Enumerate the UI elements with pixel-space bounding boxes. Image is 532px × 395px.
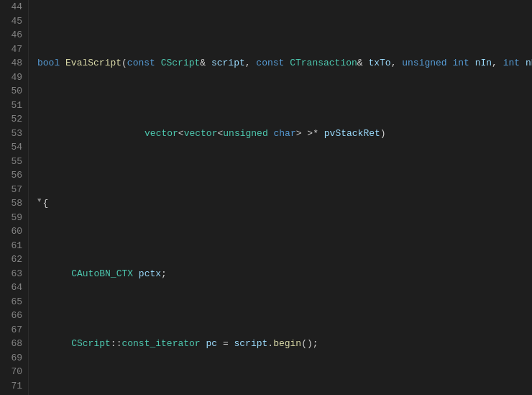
ln-64: 64 [6, 281, 22, 295]
ln-71: 71 [6, 379, 22, 394]
ln-44: 44 [6, 0, 22, 14]
ln-69: 69 [6, 351, 22, 366]
code-line-46: ▼{ [37, 196, 532, 211]
ln-51: 51 [6, 99, 22, 113]
ln-65: 65 [6, 295, 22, 309]
code-lines: bool EvalScript(const CScript& script, c… [29, 0, 532, 395]
ln-54: 54 [6, 140, 22, 155]
ln-70: 70 [6, 365, 22, 379]
ln-52: 52 [6, 112, 22, 127]
ln-67: 67 [6, 323, 22, 337]
ln-50: 50 [6, 84, 22, 99]
ln-46: 46 [6, 28, 22, 42]
ln-55: 55 [6, 155, 22, 169]
ln-58: 58 [6, 196, 22, 211]
code-line-47: CAutoBN_CTX pctx; [37, 267, 532, 281]
ln-57: 57 [6, 183, 22, 197]
code-line-48: CScript::const_iterator pc = script.begi… [37, 337, 532, 351]
ln-61: 61 [6, 239, 22, 253]
ln-56: 56 [6, 168, 22, 183]
code-line-45: vector<vector<unsigned char> >* pvStackR… [37, 127, 532, 141]
ln-53: 53 [6, 127, 22, 141]
line-numbers: 44 45 46 47 48 49 50 51 52 53 54 55 56 5… [0, 0, 29, 395]
ln-68: 68 [6, 337, 22, 351]
code-editor: 44 45 46 47 48 49 50 51 52 53 54 55 56 5… [0, 0, 532, 395]
ln-66: 66 [6, 309, 22, 323]
ln-63: 63 [6, 267, 22, 281]
ln-45: 45 [6, 14, 22, 29]
ln-60: 60 [6, 224, 22, 239]
ln-47: 47 [6, 42, 22, 57]
fold-46[interactable]: ▼ [37, 196, 41, 206]
ln-59: 59 [6, 211, 22, 225]
code-line-44: bool EvalScript(const CScript& script, c… [37, 56, 532, 71]
ln-48: 48 [6, 56, 22, 71]
ln-49: 49 [6, 71, 22, 85]
ln-62: 62 [6, 253, 22, 267]
